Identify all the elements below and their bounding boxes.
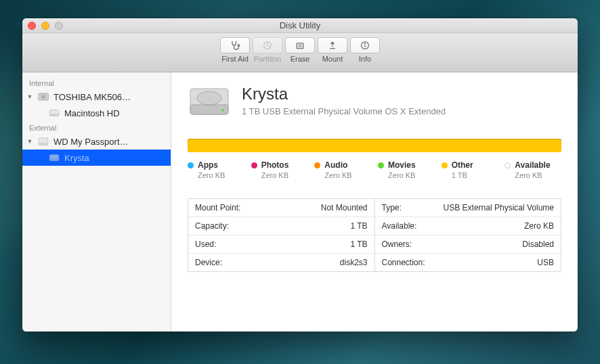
- usage-legend: AppsZero KBPhotosZero KBAudioZero KBMovi…: [188, 160, 561, 179]
- disclosure-triangle-icon[interactable]: ▼: [26, 138, 33, 145]
- legend-name: Other: [452, 160, 473, 170]
- volume-icon: [48, 108, 60, 118]
- traffic-lights: [28, 22, 63, 30]
- legend-name: Movies: [388, 160, 416, 170]
- info-row: Used:1 TB: [188, 235, 374, 254]
- info-key: Capacity:: [195, 221, 229, 231]
- info-value: USB External Physical Volume: [444, 203, 554, 212]
- svg-point-18: [221, 109, 224, 112]
- info-key: Owners:: [382, 240, 412, 249]
- sidebar-item-macintosh-hd[interactable]: Macintosh HD: [22, 105, 171, 121]
- legend-item: AvailableZero KB: [505, 160, 561, 179]
- legend-item: MoviesZero KB: [378, 160, 435, 179]
- svg-point-17: [197, 91, 221, 105]
- erase-button[interactable]: Erase: [285, 37, 315, 63]
- legend-value: Zero KB: [378, 171, 435, 179]
- info-value: USB: [537, 258, 554, 267]
- sidebar-internal-header: Internal: [22, 76, 171, 89]
- info-key: Mount Point:: [195, 203, 240, 212]
- legend-dot: [314, 162, 320, 168]
- external-disk-icon: [37, 136, 49, 147]
- legend-dot: [251, 162, 257, 168]
- legend-item: Other1 TB: [442, 160, 498, 179]
- sidebar-external-header: External: [22, 121, 171, 133]
- info-row: Owners:Disabled: [375, 235, 561, 254]
- main-panel: Krysta 1 TB USB External Physical Volume…: [171, 72, 578, 332]
- info-icon: [360, 40, 370, 51]
- volume-icon: [48, 152, 60, 163]
- info-key: Available:: [382, 221, 417, 231]
- legend-dot: [188, 162, 194, 168]
- legend-name: Available: [515, 160, 550, 170]
- legend-item: PhotosZero KB: [251, 160, 308, 179]
- legend-value: 1 TB: [442, 171, 498, 179]
- info-row: Mount Point:Not Mounted: [188, 199, 374, 217]
- info-button[interactable]: Info: [350, 37, 380, 63]
- erase-icon: [295, 40, 305, 51]
- legend-dot: [505, 162, 511, 168]
- titlebar: Disk Utility: [22, 18, 578, 33]
- info-row: Available:Zero KB: [375, 217, 561, 235]
- legend-dot: [378, 162, 384, 168]
- svg-rect-10: [49, 114, 59, 116]
- sidebar-item-krysta[interactable]: Krysta: [22, 150, 171, 166]
- sidebar-item-toshiba[interactable]: ▼ TOSHIBA MK506…: [22, 89, 171, 105]
- legend-value: Zero KB: [251, 171, 308, 179]
- legend-value: Zero KB: [505, 171, 561, 179]
- toolbar: First Aid Partition Erase Mount Info: [22, 33, 578, 72]
- legend-item: AudioZero KB: [314, 160, 371, 179]
- volume-artwork-icon: [188, 85, 231, 118]
- partition-button: Partition: [253, 37, 282, 63]
- svg-point-8: [43, 96, 44, 97]
- info-row: Capacity:1 TB: [188, 217, 374, 235]
- disk-utility-window: Disk Utility First Aid Partition Erase M…: [22, 18, 578, 332]
- info-value: 1 TB: [350, 240, 367, 249]
- disclosure-triangle-icon[interactable]: ▼: [26, 93, 33, 100]
- mount-icon: [327, 40, 338, 51]
- first-aid-button[interactable]: First Aid: [220, 37, 250, 63]
- info-value: Disabled: [522, 240, 554, 249]
- info-key: Used:: [195, 240, 216, 249]
- info-row: Type:USB External Physical Volume: [375, 199, 561, 217]
- sidebar: Internal ▼ TOSHIBA MK506… Macintosh HD E…: [22, 72, 171, 332]
- sidebar-item-wd-passport[interactable]: ▼ WD My Passport…: [22, 133, 171, 150]
- legend-value: Zero KB: [314, 171, 371, 179]
- svg-rect-2: [297, 43, 303, 49]
- stethoscope-icon: [230, 40, 240, 51]
- legend-name: Apps: [198, 160, 218, 170]
- usage-bar: [188, 139, 561, 152]
- info-key: Connection:: [382, 258, 425, 267]
- info-value: 1 TB: [350, 221, 367, 231]
- info-grid: Mount Point:Not MountedCapacity:1 TBUsed…: [188, 198, 561, 272]
- svg-rect-14: [49, 159, 59, 161]
- legend-dot: [442, 162, 448, 168]
- info-value: Zero KB: [524, 221, 554, 231]
- info-value: disk2s3: [340, 258, 368, 267]
- svg-point-0: [238, 45, 240, 47]
- mount-button[interactable]: Mount: [318, 37, 347, 63]
- info-row: Device:disk2s3: [188, 254, 374, 271]
- legend-name: Photos: [261, 160, 289, 170]
- volume-subtitle: 1 TB USB External Physical Volume OS X E…: [242, 106, 446, 116]
- legend-value: Zero KB: [188, 171, 244, 179]
- minimize-button[interactable]: [41, 22, 49, 30]
- svg-point-5: [364, 43, 365, 44]
- info-key: Type:: [382, 203, 402, 212]
- info-value: Not Mounted: [321, 203, 368, 212]
- partition-icon: [262, 40, 273, 51]
- volume-name: Krysta: [242, 85, 446, 104]
- internal-disk-icon: [37, 91, 49, 102]
- zoom-button[interactable]: [55, 22, 63, 30]
- legend-name: Audio: [324, 160, 347, 170]
- info-row: Connection:USB: [375, 254, 561, 271]
- window-title: Disk Utility: [22, 20, 578, 30]
- close-button[interactable]: [28, 22, 36, 30]
- svg-rect-12: [39, 143, 48, 145]
- legend-item: AppsZero KB: [188, 160, 244, 179]
- info-key: Device:: [195, 258, 222, 267]
